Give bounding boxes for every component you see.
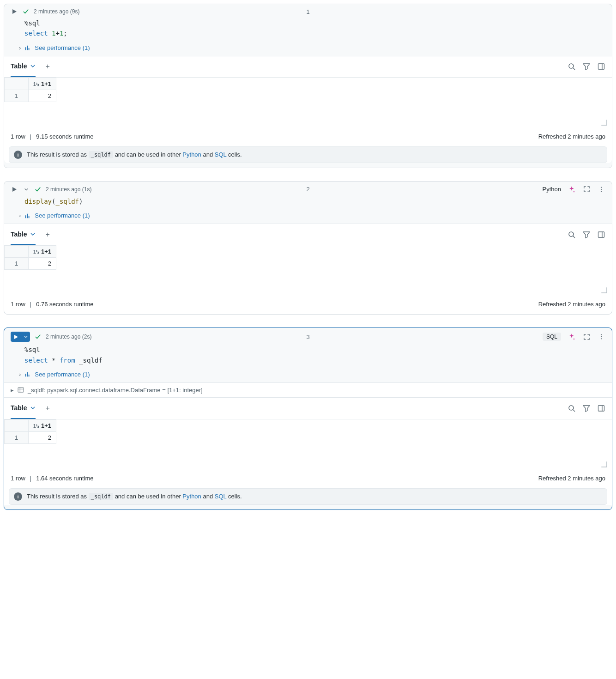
bar-chart-icon: [24, 371, 31, 377]
ai-sparkle-icon[interactable]: [568, 185, 576, 194]
expand-icon[interactable]: [582, 185, 591, 194]
sqldf-code-chip: _sqldf: [89, 151, 113, 158]
panel-icon[interactable]: [597, 62, 605, 71]
run-menu-chevron[interactable]: [23, 186, 30, 193]
expand-icon[interactable]: [582, 333, 591, 341]
success-check-icon: [35, 333, 41, 340]
run-button[interactable]: [11, 8, 18, 15]
see-performance-link[interactable]: › See performance (1): [4, 369, 612, 382]
cell-value: 2: [29, 258, 56, 270]
bar-chart-icon: [24, 44, 31, 51]
refreshed-text: Refreshed 2 minutes ago: [538, 475, 605, 482]
svg-point-9: [601, 338, 602, 339]
search-icon[interactable]: [568, 404, 576, 412]
language-badge[interactable]: SQL: [543, 333, 561, 341]
svg-point-8: [601, 336, 602, 337]
result-table[interactable]: 1²₃1+1 12: [4, 78, 56, 102]
svg-point-7: [601, 334, 602, 335]
add-tab-button[interactable]: +: [44, 404, 52, 412]
filter-icon[interactable]: [582, 404, 591, 412]
link-python[interactable]: Python: [182, 151, 201, 158]
refreshed-text: Refreshed 2 minutes ago: [538, 301, 605, 308]
output-tab-bar: Table +: [4, 224, 612, 245]
output-tab-bar: Table +: [4, 398, 612, 419]
sqldf-info-bar: i This result is stored as _sqldf and ca…: [9, 488, 607, 505]
result-table-area: 1²₃1+1 12: [4, 419, 612, 470]
cell-number: 1: [306, 8, 309, 15]
output-footer: 1 row | 1.64 seconds runtime Refreshed 2…: [4, 470, 612, 488]
code-editor[interactable]: %sql select * from _sqldf: [4, 344, 612, 369]
cell-timestamp: 2 minutes ago (1s): [46, 186, 91, 193]
svg-rect-6: [598, 232, 604, 237]
search-icon[interactable]: [568, 62, 576, 71]
runtime-text: 1.64 seconds runtime: [36, 475, 93, 482]
tab-table[interactable]: Table: [11, 224, 36, 245]
info-icon: i: [14, 151, 22, 159]
svg-point-0: [569, 64, 574, 68]
filter-icon[interactable]: [582, 62, 591, 71]
filter-icon[interactable]: [582, 230, 591, 239]
panel-icon[interactable]: [597, 230, 605, 239]
svg-rect-1: [598, 64, 604, 69]
code-editor[interactable]: display(_sqldf): [4, 195, 612, 210]
caret-right-icon: ▸: [11, 387, 14, 394]
integer-type-icon: 1²₃: [33, 424, 39, 429]
more-menu-icon[interactable]: [597, 185, 605, 194]
success-check-icon: [23, 8, 29, 15]
resize-handle-icon[interactable]: [601, 287, 607, 293]
svg-point-5: [569, 232, 574, 236]
row-header-blank: [5, 78, 29, 90]
cell-value: 2: [29, 431, 56, 443]
row-number: 1: [5, 258, 29, 270]
see-performance-link[interactable]: › See performance (1): [4, 210, 612, 224]
tab-table[interactable]: Table: [11, 398, 36, 419]
ai-sparkle-icon[interactable]: [568, 333, 576, 341]
table-schema-icon: [18, 387, 24, 393]
output-panel: Table + 1²₃1+1 12 1 row | 1.64 seconds r…: [4, 398, 612, 505]
row-count: 1 row: [11, 475, 25, 482]
sqldf-info-bar: i This result is stored as _sqldf and ca…: [9, 146, 607, 163]
cell-3: 2 minutes ago (2s) 3 SQL %sql select * f…: [4, 327, 612, 510]
svg-point-3: [601, 189, 602, 190]
cell-number: 3: [306, 333, 309, 340]
column-header[interactable]: 1²₃1+1: [29, 246, 56, 258]
run-button[interactable]: [11, 186, 18, 193]
run-menu-chevron[interactable]: [21, 332, 30, 342]
tab-table[interactable]: Table: [11, 56, 36, 77]
result-table-area: 1²₃1+1 12: [4, 78, 612, 128]
cell-header: 2 minutes ago (9s) 1: [4, 4, 612, 17]
column-header[interactable]: 1²₃1+1: [29, 78, 56, 90]
resize-handle-icon[interactable]: [601, 119, 607, 126]
add-tab-button[interactable]: +: [44, 230, 52, 239]
result-table-area: 1²₃1+1 12: [4, 245, 612, 296]
column-header[interactable]: 1²₃1+1: [29, 419, 56, 431]
refreshed-text: Refreshed 2 minutes ago: [538, 133, 605, 140]
schema-row[interactable]: ▸ _sqldf: pyspark.sql.connect.dataframe.…: [4, 382, 612, 398]
link-sql[interactable]: SQL: [215, 151, 227, 158]
resize-handle-icon[interactable]: [601, 461, 607, 467]
chevron-right-icon: ›: [19, 371, 21, 378]
svg-point-2: [601, 187, 602, 188]
svg-rect-10: [18, 388, 24, 392]
chevron-down-icon: [30, 63, 36, 69]
language-label[interactable]: Python: [543, 186, 561, 193]
link-python[interactable]: Python: [182, 493, 201, 500]
runtime-text: 0.76 seconds runtime: [36, 301, 93, 308]
row-number: 1: [5, 90, 29, 102]
add-tab-button[interactable]: +: [44, 62, 52, 71]
run-button-combo: [11, 332, 30, 342]
run-button[interactable]: [11, 334, 21, 340]
bar-chart-icon: [24, 212, 31, 219]
search-icon[interactable]: [568, 230, 576, 239]
link-sql[interactable]: SQL: [215, 493, 227, 500]
chevron-right-icon: ›: [19, 44, 21, 51]
more-menu-icon[interactable]: [597, 333, 605, 341]
code-editor[interactable]: %sql select 1+1;: [4, 17, 612, 42]
panel-icon[interactable]: [597, 404, 605, 412]
info-icon: i: [14, 492, 22, 501]
result-table[interactable]: 1²₃1+1 12: [4, 419, 56, 444]
result-table[interactable]: 1²₃1+1 12: [4, 245, 56, 270]
chevron-right-icon: ›: [19, 212, 21, 219]
see-performance-link[interactable]: › See performance (1): [4, 42, 612, 56]
integer-type-icon: 1²₃: [33, 249, 39, 255]
